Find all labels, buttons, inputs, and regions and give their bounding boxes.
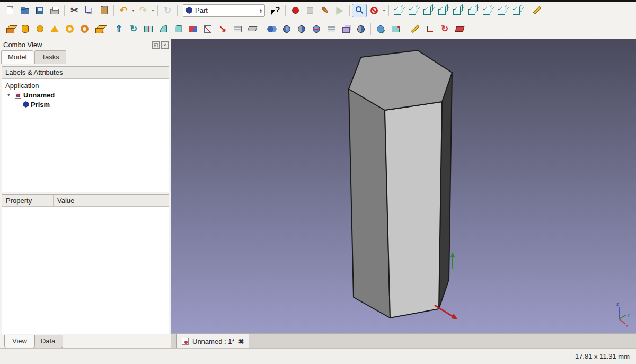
view-isometric-icon[interactable] [391, 4, 406, 17]
3d-scene[interactable]: Z y x [171, 39, 636, 333]
document-tab-close-icon[interactable] [238, 338, 244, 345]
property-bottom-tabs: View Data [0, 334, 171, 348]
tree-item-application[interactable]: Application [2, 81, 169, 90]
tab-data[interactable]: Data [33, 335, 63, 348]
svg-text:x: x [626, 323, 628, 328]
toolbar-separator [64, 5, 65, 16]
redo-icon[interactable]: ↷ [136, 4, 151, 17]
whats-this-icon[interactable] [268, 4, 283, 17]
boolean-operation-icon[interactable] [354, 22, 368, 36]
tab-tasks[interactable]: Tasks [34, 50, 66, 64]
document-tab-bar: Unnamed : 1* [171, 333, 636, 348]
undo-dropdown-icon[interactable] [131, 8, 136, 13]
redo-dropdown-icon[interactable] [151, 8, 155, 13]
tab-model[interactable]: Model [1, 50, 33, 64]
boolean-section-icon[interactable] [309, 22, 324, 36]
view-left-icon[interactable] [480, 4, 495, 17]
primitive-sphere-icon[interactable] [32, 22, 47, 36]
view-bottom-icon[interactable] [465, 4, 480, 17]
tree-item-document[interactable]: Unnamed [2, 90, 169, 100]
measure-distance-icon[interactable] [529, 4, 544, 17]
new-file-icon[interactable] [3, 4, 17, 17]
mirror-icon[interactable] [141, 22, 156, 36]
extrude-icon[interactable]: ⇑ [111, 22, 126, 36]
check-geometry-icon[interactable] [373, 22, 388, 36]
draw-style-icon[interactable] [367, 4, 382, 17]
prism-face-left[interactable] [349, 89, 390, 318]
zoom-fit-icon[interactable] [352, 4, 367, 17]
macro-edit-icon[interactable]: ✎ [317, 4, 332, 17]
macro-record-icon[interactable] [288, 4, 303, 17]
fillet-icon[interactable] [156, 22, 171, 36]
cross-sections-icon[interactable] [324, 22, 339, 36]
toolbar-separator [405, 23, 405, 35]
view-home-icon[interactable] [510, 4, 525, 17]
status-bar: 17.81 x 11.31 mm [0, 348, 636, 364]
macro-stop-icon[interactable] [303, 4, 317, 17]
draw-style-dropdown-icon[interactable] [382, 8, 386, 13]
combo-view-tabs: Model Tasks [0, 50, 171, 64]
defeaturing-icon[interactable] [388, 22, 403, 36]
loft-icon[interactable] [200, 22, 215, 36]
copy-icon[interactable] [82, 4, 96, 17]
toolbar-separator [113, 5, 114, 16]
panel-close-button[interactable]: × [161, 41, 169, 49]
workbench-selector-stepper[interactable] [257, 5, 264, 16]
value-column-header: Value [54, 197, 78, 205]
boolean-union-icon[interactable] [264, 22, 279, 36]
primitive-tube-icon[interactable] [77, 22, 92, 36]
tab-view[interactable]: View [4, 335, 35, 348]
view-right-icon[interactable] [436, 4, 450, 17]
toolbar-separator [370, 23, 371, 35]
prism-face-front[interactable] [385, 102, 442, 318]
boolean-cut-icon[interactable] [294, 22, 309, 36]
open-file-icon[interactable] [17, 4, 32, 17]
primitive-cylinder-icon[interactable] [17, 22, 32, 36]
measure-clear-icon[interactable] [452, 22, 467, 36]
part-toolbar: ⇑↻↘↻ [0, 19, 636, 39]
offset-icon[interactable] [230, 22, 245, 36]
refresh-icon[interactable]: ↻ [160, 4, 175, 17]
toolbar-separator [177, 5, 178, 16]
view-rear-icon[interactable] [450, 4, 465, 17]
thickness-icon[interactable] [245, 22, 260, 36]
property-body[interactable] [2, 207, 169, 334]
undo-icon[interactable]: ↶ [116, 4, 131, 17]
primitive-torus-icon[interactable] [62, 22, 77, 36]
measure-linear-icon[interactable] [408, 22, 422, 36]
prism-icon [23, 101, 29, 108]
boolean-common-icon[interactable] [279, 22, 294, 36]
primitive-box-icon[interactable] [3, 22, 17, 36]
view-top-icon[interactable] [421, 4, 436, 17]
revolve-icon[interactable]: ↻ [126, 22, 141, 36]
chamfer-icon[interactable] [171, 22, 186, 36]
paste-icon[interactable] [96, 4, 111, 17]
print-icon[interactable] [47, 4, 62, 17]
view-axonometric-icon[interactable] [495, 4, 510, 17]
panel-float-button[interactable]: ◱ [152, 41, 160, 49]
toolbar-separator [388, 5, 389, 16]
property-header: Property Value [2, 195, 169, 207]
tree-item-prism[interactable]: Prism [2, 100, 169, 109]
create-primitives-icon[interactable] [92, 22, 107, 36]
document-tab[interactable]: Unnamed : 1* [176, 334, 249, 348]
model-tree: Application Unnamed Prism [2, 79, 169, 192]
freecad-window: ✂↶↷↻ Part ✎▶ ⇑↻↘↻ Combo View ◱ × Model T… [0, 0, 636, 364]
3d-viewport[interactable]: Z y x [171, 39, 636, 333]
measure-angular-icon[interactable] [422, 22, 437, 36]
combo-view-title: Combo View [3, 41, 151, 49]
size-indicator: 17.81 x 11.31 mm [575, 352, 630, 360]
compound-icon[interactable] [339, 22, 354, 36]
sweep-icon[interactable]: ↘ [215, 22, 230, 36]
cut-icon[interactable]: ✂ [67, 4, 82, 17]
expander-icon[interactable] [7, 92, 13, 97]
hexagonal-prism[interactable] [349, 50, 452, 318]
macro-play-icon[interactable]: ▶ [332, 4, 347, 17]
primitive-cone-icon[interactable] [47, 22, 62, 36]
svg-text:Z: Z [616, 302, 619, 307]
save-file-icon[interactable] [32, 4, 47, 17]
view-front-icon[interactable] [406, 4, 421, 17]
workbench-selector[interactable]: Part [183, 4, 265, 17]
measure-refresh-icon[interactable]: ↻ [437, 22, 452, 36]
ruled-surface-icon[interactable] [186, 22, 200, 36]
